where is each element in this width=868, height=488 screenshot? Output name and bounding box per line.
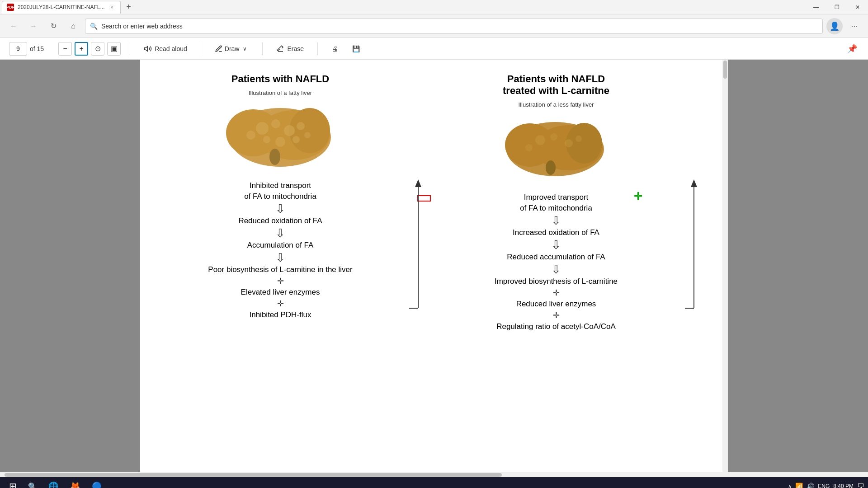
tab-close-button[interactable]: × <box>108 4 116 11</box>
home-button[interactable]: ⌂ <box>65 18 81 34</box>
tab-area: PDF 2020JULY28-L-CARNITINE-NAFL... × + <box>0 0 135 14</box>
print-icon: 🖨 <box>331 45 338 52</box>
pin-button[interactable]: 📌 <box>845 42 859 56</box>
save-button[interactable]: 💾 <box>348 43 364 54</box>
svg-marker-16 <box>415 179 421 187</box>
refresh-button[interactable]: ↻ <box>45 18 61 34</box>
maximize-button[interactable]: ❐ <box>826 0 847 14</box>
left-column-title: Patients with NAFLD <box>231 73 329 85</box>
svg-point-10 <box>246 131 255 140</box>
profile-button[interactable]: 👤 <box>826 18 843 34</box>
erase-button[interactable]: Erase <box>272 43 308 55</box>
right-step-3: Reduced accumulation of FA <box>507 253 605 262</box>
right-plus-2: ✛ <box>553 310 560 320</box>
draw-label: Draw <box>225 45 240 52</box>
scrollbar-vertical[interactable] <box>722 60 728 472</box>
back-button[interactable]: ← <box>5 18 22 34</box>
left-step-1b: of FA to mitochondria <box>244 192 316 201</box>
page-view-button[interactable]: ▣ <box>107 42 121 56</box>
tray-lang: ENG <box>818 483 830 488</box>
tab-title: 2020JULY28-L-CARNITINE-NAFL... <box>18 4 105 10</box>
zoom-out-button[interactable]: − <box>58 42 72 56</box>
page-navigation: 9 of 15 <box>9 42 44 56</box>
more-button[interactable]: ··· <box>846 18 863 34</box>
svg-point-26 <box>576 136 582 142</box>
left-liver-caption: Illustration of a fatty liver <box>249 89 312 96</box>
left-arrow-3: ⇩ <box>275 252 285 263</box>
start-button[interactable]: ⊞ <box>4 477 22 488</box>
tray-chevron[interactable]: ∧ <box>788 483 792 488</box>
tray-sound-icon: 🔊 <box>807 483 814 488</box>
pdf-page: ✛ Patients with NAFLD Illustration of a … <box>140 60 728 472</box>
right-step-2: Increased oxidation of FA <box>513 228 599 237</box>
scrollbar-horizontal[interactable] <box>0 472 868 477</box>
right-column-title: Patients with NAFLD treated with L-carni… <box>503 73 609 97</box>
left-arrow-2: ⇩ <box>275 227 285 239</box>
new-tab-button[interactable]: + <box>123 1 135 14</box>
title-bar: PDF 2020JULY28-L-CARNITINE-NAFL... × + —… <box>0 0 868 14</box>
svg-marker-30 <box>691 179 697 187</box>
right-step-4: Improved biosynthesis of L-carnitine <box>495 277 618 286</box>
address-input[interactable] <box>101 23 818 30</box>
erase-label: Erase <box>287 45 304 52</box>
diagram-container: Patients with NAFLD Illustration of a fa… <box>158 69 710 332</box>
zoom-in-button[interactable]: + <box>75 42 88 56</box>
address-input-wrap[interactable]: 🔍 <box>85 19 823 34</box>
taskbar-time: 8:40 PM <box>833 483 854 488</box>
left-liver-image <box>226 99 335 171</box>
left-step-4: Poor biosynthesis of L-carnitine in the … <box>208 265 352 274</box>
svg-point-8 <box>297 122 305 130</box>
right-liver-caption: Illustration of a less fatty liver <box>519 101 594 108</box>
draw-dropdown[interactable]: ∨ <box>241 44 249 54</box>
close-button[interactable]: ✕ <box>847 0 868 14</box>
separator-4 <box>317 42 318 55</box>
read-aloud-icon <box>144 45 152 53</box>
svg-point-24 <box>550 133 557 141</box>
left-step-6: Inhibited PDH-flux <box>249 310 311 319</box>
left-step-3: Accumulation of FA <box>247 241 313 250</box>
read-aloud-label: Read aloud <box>155 45 187 52</box>
fit-page-button[interactable]: ⊙ <box>91 42 104 56</box>
right-diagram-column: Patients with NAFLD treated with L-carni… <box>439 73 674 332</box>
right-step-6: Regulating ratio of acetyl-CoA/CoA <box>496 322 616 331</box>
svg-point-13 <box>304 132 311 138</box>
draw-button[interactable]: Draw ∨ <box>210 42 254 56</box>
right-arrow-1: ⇩ <box>551 215 561 226</box>
center-arrows <box>407 177 429 313</box>
right-plus-1: ✛ <box>553 288 560 298</box>
erase-icon <box>276 45 284 53</box>
svg-point-25 <box>565 139 573 147</box>
svg-point-5 <box>256 122 269 135</box>
page-number-input[interactable]: 9 <box>9 42 27 56</box>
taskbar-edge-app[interactable]: 🌐 <box>43 477 63 488</box>
right-title-line1: Patients with NAFLD <box>507 73 605 84</box>
zoom-controls: − + ⊙ ▣ <box>58 42 121 56</box>
tray-network-icon: 📶 <box>795 483 803 488</box>
left-plus-1: ✛ <box>277 276 284 286</box>
print-button[interactable]: 🖨 <box>327 43 342 54</box>
window-controls: — ❐ ✕ <box>806 0 868 14</box>
separator-2 <box>201 42 201 55</box>
left-step-2: Reduced oxidation of FA <box>238 216 322 225</box>
notification-icon[interactable]: 🗨 <box>857 482 864 488</box>
minimize-button[interactable]: — <box>806 0 826 14</box>
right-flow: Improved transport of FA to mitochondria… <box>439 192 674 332</box>
svg-point-11 <box>275 137 285 147</box>
right-step-5: Reduced liver enzymes <box>516 300 596 309</box>
taskbar-search-button[interactable]: 🔍 <box>24 477 42 488</box>
right-step-1b: of FA to mitochondria <box>520 204 592 213</box>
right-arrow-2: ⇩ <box>551 239 561 251</box>
save-icon: 💾 <box>352 45 360 52</box>
forward-button[interactable]: → <box>25 18 42 34</box>
active-tab[interactable]: PDF 2020JULY28-L-CARNITINE-NAFL... × <box>2 1 121 14</box>
taskbar-app-3[interactable]: 🔵 <box>87 477 107 488</box>
pin-icon: 📌 <box>847 44 857 54</box>
taskbar-tray: ∧ 📶 🔊 ENG 8:40 PM 🗨 <box>788 482 864 488</box>
svg-point-27 <box>525 144 533 151</box>
taskbar-app-2[interactable]: 🦊 <box>65 477 85 488</box>
pdf-content: ✛ Patients with NAFLD Illustration of a … <box>0 60 868 472</box>
left-diagram-column: Patients with NAFLD Illustration of a fa… <box>163 73 398 320</box>
separator-3 <box>262 42 263 55</box>
left-plus-2: ✛ <box>277 299 284 309</box>
read-aloud-button[interactable]: Read aloud <box>139 43 192 55</box>
